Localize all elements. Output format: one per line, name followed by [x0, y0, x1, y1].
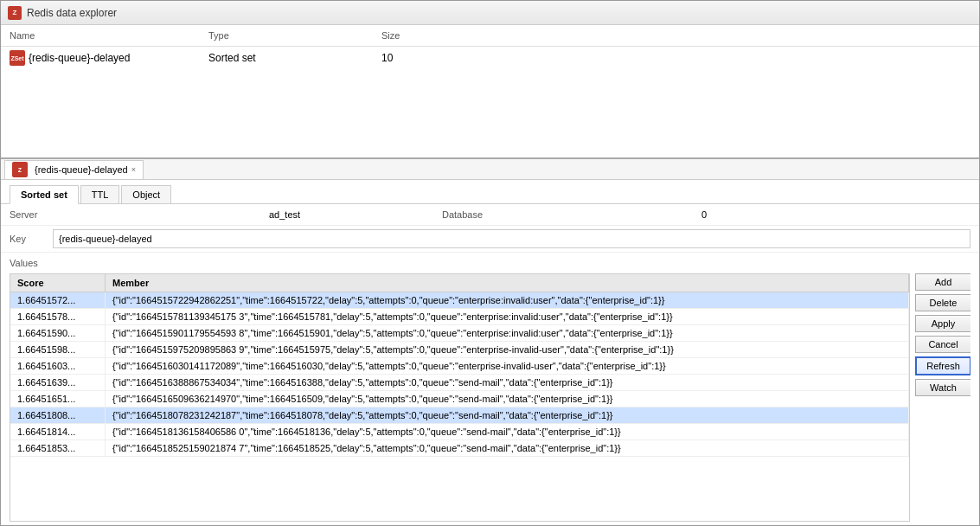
- refresh-button[interactable]: Refresh: [915, 356, 970, 375]
- server-value: ad_test: [269, 209, 442, 220]
- table-header-row: Name Type Size: [1, 25, 979, 47]
- table-header: Score Member: [10, 274, 909, 292]
- table-row[interactable]: 1.66451590...{"id":"1664515901179554593 …: [10, 325, 909, 342]
- key-row: Key: [1, 226, 979, 253]
- score-cell: 1.66451808...: [10, 407, 106, 423]
- database-label: Database: [442, 209, 701, 220]
- delete-button[interactable]: Delete: [915, 294, 970, 311]
- key-size: 10: [381, 52, 511, 64]
- score-cell: 1.66451651...: [10, 391, 106, 407]
- col-name-header: Name: [10, 30, 208, 41]
- table-container: Score Member 1.66451572...{"id":"1664515…: [10, 273, 970, 522]
- table-row[interactable]: 1.66451578...{"id":"1664515781139345175 …: [10, 309, 909, 325]
- tab-label: {redis-queue}-delayed: [35, 164, 128, 175]
- table-row[interactable]: 1.66451808...{"id":"1664518078231242187"…: [10, 407, 909, 424]
- key-name: {redis-queue}-delayed: [29, 52, 130, 64]
- member-cell: {"id":"1664516030141172089","time":16645…: [106, 358, 909, 374]
- title-bar: Z Redis data explorer: [1, 1, 979, 25]
- content-area: Sorted set TTL Object Server ad_test Dat…: [1, 180, 979, 525]
- watch-button[interactable]: Watch: [915, 379, 970, 396]
- table-row[interactable]: 1.66451572...{"id":"1664515722942862251"…: [10, 292, 909, 309]
- score-cell: 1.66451590...: [10, 325, 106, 341]
- key-label: Key: [10, 234, 44, 244]
- member-cell: {"id":"1664516509636214970","time":16645…: [106, 391, 909, 407]
- key-type: Sorted set: [208, 52, 381, 64]
- zset-icon: ZSet: [10, 50, 25, 66]
- member-cell: {"id":"1664515901179554593 8","time":166…: [106, 325, 909, 341]
- cancel-button[interactable]: Cancel: [915, 336, 970, 353]
- col-type-header: Type: [208, 30, 381, 41]
- tab-bar: Z {redis-queue}-delayed ×: [1, 159, 979, 180]
- member-cell: {"id":"1664518525159021874 7","time":166…: [106, 440, 909, 456]
- values-section: Values Score Member 1.66451572...{"id":"…: [1, 253, 979, 525]
- tab-close-button[interactable]: ×: [131, 165, 136, 174]
- sub-tab-bar: Sorted set TTL Object: [1, 180, 979, 204]
- tab-object[interactable]: Object: [121, 185, 171, 203]
- score-cell: 1.66451639...: [10, 375, 106, 390]
- tab-zset-icon: Z: [12, 162, 28, 177]
- score-cell: 1.66451814...: [10, 424, 106, 439]
- meta-row: Server ad_test Database 0: [1, 204, 979, 226]
- top-panel: Name Type Size ZSet {redis-queue}-delaye…: [1, 25, 979, 159]
- member-cell: {"id":"1664518136158406586 0","time":166…: [106, 424, 909, 439]
- member-cell: {"id":"1664515781139345175 3","time":166…: [106, 309, 909, 324]
- score-cell: 1.66451603...: [10, 358, 106, 374]
- member-cell: {"id":"1664516388867534034","time":16645…: [106, 375, 909, 390]
- explorer-row[interactable]: ZSet {redis-queue}-delayed Sorted set 10: [1, 47, 979, 69]
- tab-ttl[interactable]: TTL: [80, 185, 120, 203]
- bottom-panel: Z {redis-queue}-delayed × Sorted set TTL…: [1, 159, 979, 525]
- database-value: 0: [701, 209, 970, 220]
- score-cell: 1.66451572...: [10, 292, 106, 308]
- score-cell: 1.66451578...: [10, 309, 106, 324]
- add-button[interactable]: Add: [915, 273, 970, 291]
- table-row[interactable]: 1.66451814...{"id":"1664518136158406586 …: [10, 424, 909, 440]
- apply-button[interactable]: Apply: [915, 315, 970, 332]
- score-cell: 1.66451598...: [10, 342, 106, 357]
- table-row[interactable]: 1.66451651...{"id":"1664516509636214970"…: [10, 391, 909, 407]
- data-table: Score Member 1.66451572...{"id":"1664515…: [10, 273, 910, 522]
- app-title: Redis data explorer: [27, 7, 117, 19]
- table-row[interactable]: 1.66451639...{"id":"1664516388867534034"…: [10, 375, 909, 391]
- table-row[interactable]: 1.66451603...{"id":"1664516030141172089"…: [10, 358, 909, 375]
- key-input[interactable]: [53, 229, 970, 248]
- app-icon: Z: [8, 6, 22, 20]
- col-size-header: Size: [381, 30, 511, 41]
- active-tab[interactable]: Z {redis-queue}-delayed ×: [4, 160, 144, 179]
- member-cell: {"id":"1664515975209895863 9","time":166…: [106, 342, 909, 357]
- score-cell: 1.66451853...: [10, 440, 106, 456]
- member-cell: {"id":"1664515722942862251","time":16645…: [106, 292, 909, 308]
- action-buttons: Add Delete Apply Cancel Refresh Watch: [910, 273, 970, 522]
- member-cell: {"id":"1664518078231242187","time":16645…: [106, 407, 909, 423]
- server-label: Server: [10, 209, 269, 220]
- score-header: Score: [10, 274, 106, 292]
- tab-sorted-set[interactable]: Sorted set: [10, 185, 79, 204]
- table-row[interactable]: 1.66451598...{"id":"1664515975209895863 …: [10, 342, 909, 358]
- table-row[interactable]: 1.66451853...{"id":"1664518525159021874 …: [10, 440, 909, 457]
- main-window: Z Redis data explorer Name Type Size ZSe…: [0, 0, 980, 526]
- row-name-cell: ZSet {redis-queue}-delayed: [10, 50, 208, 66]
- member-header: Member: [106, 274, 909, 292]
- values-label: Values: [10, 256, 970, 270]
